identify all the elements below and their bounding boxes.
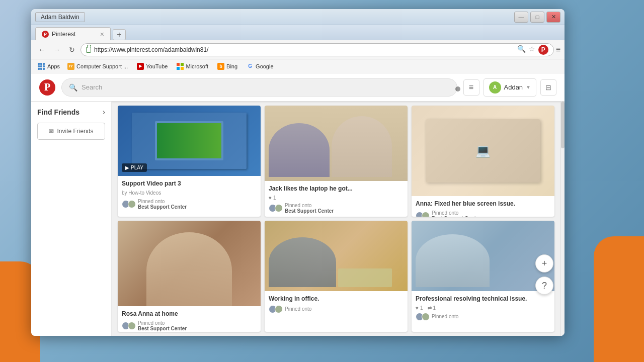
pinterest-nav-icon: P [538, 45, 548, 55]
scrollbar[interactable] [560, 102, 565, 336]
pin-image [265, 106, 408, 181]
user-menu-button[interactable]: A Addan ▼ [484, 78, 537, 97]
pin-headset-thumbnail [412, 221, 554, 291]
browser-menu-button[interactable]: ≡ [556, 45, 560, 54]
maximize-button[interactable]: □ [530, 12, 544, 23]
find-friends-title: Find Friends [37, 108, 79, 116]
apps-bookmark[interactable]: Apps [35, 62, 62, 71]
pin-info: Rosa Anna at home Pinned onto Best Suppo… [118, 306, 261, 332]
pin-pinner: Pinned onto Best Support Center [416, 210, 550, 217]
refresh-button[interactable]: ↻ [65, 43, 78, 56]
pin-couple-thumbnail [265, 106, 408, 181]
pinner-avatars [269, 305, 283, 313]
bookmark-bing[interactable]: b Bing [213, 62, 242, 71]
pin-image: 💻 [412, 106, 554, 196]
content-area: P 🔍 Search ≡ A Addan ▼ ⊟ Find Friends [31, 73, 565, 336]
bookmark-computer-support[interactable]: iY Computer Support ... [63, 62, 132, 71]
find-friends-arrow-icon[interactable]: › [103, 108, 105, 117]
pinterest-search-bar[interactable]: 🔍 Search [61, 78, 457, 97]
heart-icon: ♥ [269, 195, 272, 201]
address-icons: 🔍 ☆ P [517, 45, 548, 55]
repins-count: 1 [433, 305, 436, 311]
pinterest-logo[interactable]: P [39, 79, 55, 96]
main-content: Find Friends › ✉ Invite Friends [31, 102, 565, 336]
bookmark-google-label: Google [256, 63, 273, 69]
pin-image [118, 221, 261, 306]
pin-image: ▶ PLAY [118, 106, 261, 176]
bookmark-bing-label: Bing [226, 63, 237, 69]
ssl-lock-icon [86, 47, 91, 53]
pin-title: Support Video part 3 [122, 180, 257, 188]
forward-button[interactable]: → [50, 43, 63, 56]
user-avatar: A [489, 81, 501, 94]
pin-image [412, 221, 554, 291]
pin-title: Rosa Anna at home [122, 310, 257, 318]
browser-tab[interactable]: P Pinterest × [35, 27, 111, 40]
bookmark-google[interactable]: G Google [243, 62, 277, 71]
pin-likes: ♥ 1 [269, 195, 404, 201]
tab-close-button[interactable]: × [100, 30, 104, 38]
search-icon: 🔍 [69, 83, 77, 92]
bookmark-microsoft[interactable]: Microsoft [173, 62, 212, 71]
list-item[interactable]: Rosa Anna at home Pinned onto Best Suppo… [118, 221, 261, 332]
bookmark-google-icon: G [247, 63, 254, 70]
pin-pinner: Pinned onto Best Support Center [269, 203, 404, 214]
svg-rect-2 [177, 67, 180, 70]
browser-window: Adam Baldwin — □ ✕ P Pinterest × + ← → ↻… [31, 9, 565, 336]
close-button[interactable]: ✕ [546, 12, 560, 23]
list-item[interactable]: Professional resolving technical issue. … [412, 221, 554, 332]
pinner-text: Pinned onto Best Support Center [432, 210, 480, 217]
pinner-avatar-2 [275, 305, 283, 313]
tab-bar: P Pinterest × + [31, 25, 565, 40]
pin-title: Anna: Fixed her blue screen issue. [416, 200, 550, 208]
svg-rect-3 [181, 67, 184, 70]
pinterest-header: P 🔍 Search ≡ A Addan ▼ ⊟ [31, 73, 565, 102]
search-placeholder: Search [82, 83, 102, 91]
pinner-avatar-2 [422, 313, 430, 321]
tab-favicon: P [42, 31, 49, 38]
bookmark-computer-support-icon: iY [67, 63, 74, 70]
window-controls: — □ ✕ [514, 12, 560, 23]
list-item[interactable]: 💻 Anna: Fixed her blue screen issue. [412, 106, 554, 217]
notification-button[interactable]: ⊟ [540, 79, 556, 96]
help-button[interactable]: ? [535, 277, 553, 295]
star-icon[interactable]: ☆ [529, 45, 535, 55]
pin-likes: ♥ 1 ⇄ 1 [416, 305, 550, 311]
username-label: Addan [504, 83, 523, 91]
heart-icon: ♥ [416, 305, 419, 311]
address-bar[interactable]: https://www.pinterest.com/adambaldwin81/… [80, 43, 554, 56]
header-actions: ≡ A Addan ▼ ⊟ [463, 78, 557, 97]
bookmark-bing-icon: b [217, 63, 224, 70]
play-label: PLAY [131, 165, 143, 170]
bookmark-youtube[interactable]: ▶ YouTube [133, 62, 172, 71]
user-dropdown-icon: ▼ [526, 84, 531, 90]
pin-title: Working in office. [269, 295, 404, 303]
nav-bar: ← → ↻ https://www.pinterest.com/adambald… [31, 40, 565, 59]
new-tab-button[interactable]: + [113, 29, 126, 40]
scrollbar-thumb[interactable] [561, 102, 565, 148]
list-item[interactable]: Jack likes the laptop he got... ♥ 1 Pi [265, 106, 408, 217]
repin-icon: ⇄ [428, 305, 432, 311]
header-menu-button[interactable]: ≡ [463, 79, 479, 96]
pin-title: Professional resolving technical issue. [416, 295, 550, 303]
list-item[interactable]: ▶ PLAY Support Video part 3 by How-to Vi… [118, 106, 261, 217]
add-button[interactable]: + [535, 254, 553, 273]
pin-grid: ▶ PLAY Support Video part 3 by How-to Vi… [112, 102, 560, 336]
list-item[interactable]: Working in office. Pinned onto [265, 221, 408, 332]
pin-pinner: Pinned onto Best Support Center [122, 199, 257, 210]
pinner-avatars [269, 204, 283, 212]
pinner-text: Pinned onto Best Support Center [138, 320, 187, 331]
pinner-avatar-2 [422, 212, 430, 217]
search-address-icon[interactable]: 🔍 [517, 45, 526, 55]
back-button[interactable]: ← [35, 43, 48, 56]
find-friends-header: Find Friends › [37, 108, 105, 117]
sidebar: Find Friends › ✉ Invite Friends [31, 102, 112, 336]
bookmark-youtube-icon: ▶ [137, 63, 144, 70]
pinner-avatar-2 [128, 322, 136, 330]
minimize-button[interactable]: — [514, 12, 528, 23]
pin-image [265, 221, 408, 291]
pin-woman-thumbnail [118, 221, 261, 306]
pin-info: Anna: Fixed her blue screen issue. Pinne… [412, 196, 554, 217]
pin-info: Professional resolving technical issue. … [412, 291, 554, 325]
invite-friends-button[interactable]: ✉ Invite Friends [37, 123, 105, 140]
